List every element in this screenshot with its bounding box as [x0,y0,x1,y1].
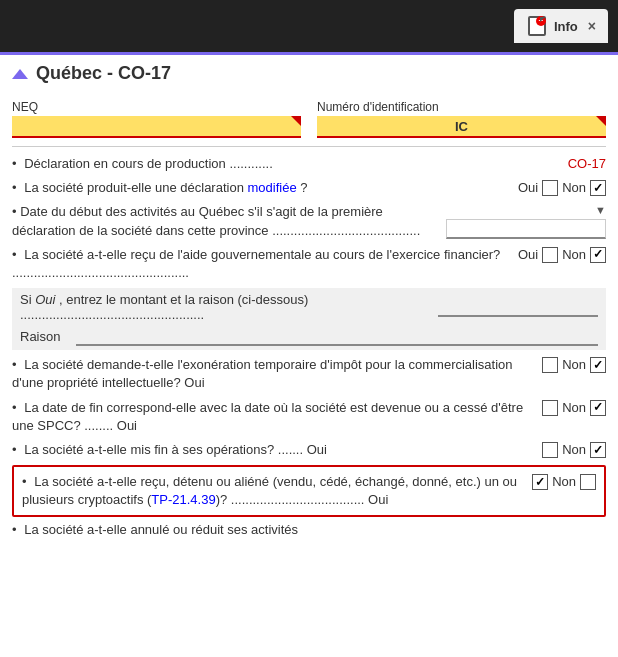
modifiee-row: • La société produit-elle une déclaratio… [12,179,606,197]
neq-input[interactable] [12,116,301,138]
info-tab[interactable]: − Info × [514,9,608,43]
non-checkbox-2[interactable] [590,180,606,196]
date-debut-label: Date du début des activités au Québec s'… [12,204,420,237]
top-bar: − Info × [0,0,618,52]
non-checkbox-4[interactable] [590,247,606,263]
bullet-8: • [12,442,17,457]
bullet-3: • [12,204,17,219]
non-label-6: Non [562,356,586,374]
spcc-text: • La date de fin correspond-elle avec la… [12,399,536,435]
modifiee-label-after: ? [300,180,307,195]
cryptoactifs-label-after: )? ..................................... [216,492,365,507]
cryptoactifs-oui-inline: Oui [368,492,388,507]
cryptoactifs-controls: Non [532,473,596,491]
oui-checkbox-8[interactable] [542,442,558,458]
declaration-controls: CO-17 [568,155,606,173]
declaration-label: Déclaration en cours de production .....… [24,156,273,171]
si-oui-row: Si Oui , entrez le montant et la raison … [20,292,598,322]
spcc-label: La date de fin correspond-elle avec la d… [12,400,523,433]
bullet-6: • [12,357,17,372]
raison-label: Raison [20,329,70,344]
title-text: Québec - CO-17 [36,63,171,84]
non-checkbox-7[interactable] [590,400,606,416]
cryptoactifs-text: • La société a-t-elle reçu, détenu ou al… [22,473,526,509]
neq-red-corner [291,116,301,126]
oui-checkbox-9[interactable] [532,474,548,490]
exoneration-controls: Non [542,356,606,374]
bullet-10: • [12,522,17,537]
page-title: Québec - CO-17 [12,63,606,88]
identification-red-corner [596,116,606,126]
non-label-7: Non [562,399,586,417]
fin-operations-text: • La société a-t-elle mis fin à ses opér… [12,441,536,459]
neq-label: NEQ [12,100,301,114]
info-doc-icon: − [526,15,548,37]
dropdown-arrow-icon[interactable]: ▼ [595,203,606,218]
neq-field-group: NEQ [12,100,301,138]
cryptoactifs-highlighted-row: • La société a-t-elle reçu, détenu ou al… [12,465,606,517]
aide-row: • La société a-t-elle reçu de l'aide gou… [12,246,606,282]
date-debut-row: • Date du début des activités au Québec … [12,203,606,239]
fin-operations-controls: Non [542,441,606,459]
montant-input[interactable] [438,297,598,317]
bullet-7: • [12,400,17,415]
si-oui-text: Si Oui , entrez le montant et la raison … [20,292,434,322]
declaration-row: • Déclaration en cours de production ...… [12,155,606,173]
spcc-controls: Non [542,399,606,417]
co17-link[interactable]: CO-17 [568,155,606,173]
modifiee-controls: Oui Non [518,179,606,197]
oui-checkbox-6[interactable] [542,357,558,373]
declaration-text: • Déclaration en cours de production ...… [12,155,562,173]
oui-checkbox-4[interactable] [542,247,558,263]
non-label-8: Non [562,441,586,459]
si-oui-section: Si Oui , entrez le montant et la raison … [12,288,606,350]
date-debut-controls: ▼ [446,203,606,238]
cryptoactifs-row: • La société a-t-elle reçu, détenu ou al… [22,473,596,509]
identification-label: Numéro d'identification [317,100,606,114]
minus-badge: − [536,16,546,26]
fin-operations-label: La société a-t-elle mis fin à ses opérat… [24,442,327,457]
oui-label-4: Oui [518,246,538,264]
tp-link[interactable]: TP-21.4.39 [151,492,215,507]
identification-input-wrapper: IC [317,116,606,138]
bottom-partial-label: La société a-t-elle annulé ou réduit ses… [24,522,298,537]
ic-value: IC [455,119,468,134]
oui-label-2: Oui [518,179,538,197]
info-label: Info [554,19,578,34]
non-checkbox-9[interactable] [580,474,596,490]
non-label-4: Non [562,246,586,264]
date-debut-input[interactable] [446,219,606,239]
bullet-1: • [12,156,17,171]
modifiee-text: • La société produit-elle une déclaratio… [12,179,512,197]
close-button[interactable]: × [588,18,596,34]
chevron-up-icon [12,69,28,79]
raison-input[interactable] [76,326,598,346]
aide-text: • La société a-t-elle reçu de l'aide gou… [12,246,512,282]
modifiee-link[interactable]: modifiée [248,180,297,195]
neq-input-wrapper [12,116,301,138]
divider-1 [12,146,606,147]
raison-row: Raison [20,326,598,346]
oui-checkbox-7[interactable] [542,400,558,416]
bullet-2: • [12,180,17,195]
spcc-row: • La date de fin correspond-elle avec la… [12,399,606,435]
oui-checkbox-2[interactable] [542,180,558,196]
bottom-partial-row: • La société a-t-elle annulé ou réduit s… [12,521,606,539]
aide-label: La société a-t-elle reçu de l'aide gouve… [12,247,500,280]
identification-field-group: Numéro d'identification IC [317,100,606,138]
non-checkbox-6[interactable] [590,357,606,373]
non-checkbox-8[interactable] [590,442,606,458]
modifiee-label-before: La société produit-elle une déclaration [24,180,247,195]
bottom-partial-text: • La société a-t-elle annulé ou réduit s… [12,521,606,539]
exoneration-row: • La société demande-t-elle l'exonératio… [12,356,606,392]
document-icon: − [528,16,546,36]
fin-operations-row: • La société a-t-elle mis fin à ses opér… [12,441,606,459]
bullet-9: • [22,474,27,489]
id-row: NEQ Numéro d'identification IC [12,100,606,138]
aide-controls: Oui Non [518,246,606,264]
date-debut-text: • Date du début des activités au Québec … [12,203,440,239]
exoneration-text: • La société demande-t-elle l'exonératio… [12,356,536,392]
identification-input[interactable]: IC [317,116,606,138]
exoneration-label: La société demande-t-elle l'exonération … [12,357,513,390]
bullet-4: • [12,247,17,262]
